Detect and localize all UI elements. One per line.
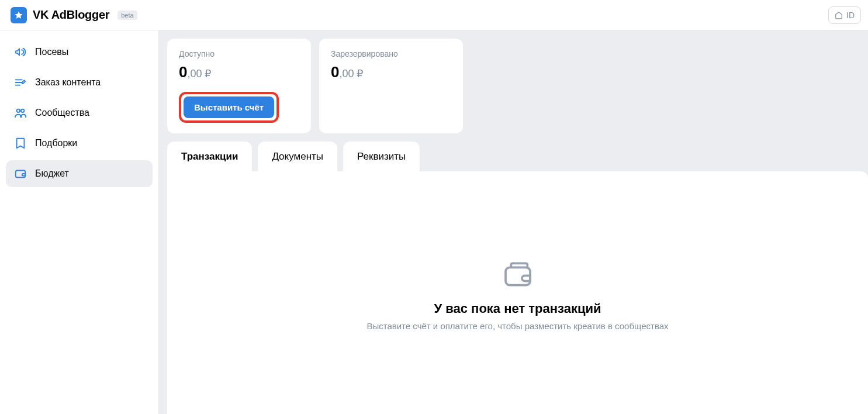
megaphone-icon	[14, 46, 27, 58]
brand-logo-icon	[11, 7, 27, 23]
bookmark-icon	[14, 137, 27, 150]
topbar: VK AdBlogger beta ID	[0, 0, 868, 30]
transactions-panel: У вас пока нет транзакций Выставите счёт…	[167, 171, 868, 414]
amount-int: 0	[179, 63, 187, 81]
sidebar-item-label: Сообщества	[35, 108, 89, 118]
sidebar-item-communities[interactable]: Сообщества	[6, 99, 153, 126]
amount-dec: ,00 ₽	[339, 68, 363, 80]
sidebar-item-content-order[interactable]: Заказ контента	[6, 69, 153, 96]
tab-transactions[interactable]: Транзакции	[167, 142, 252, 172]
amount-int: 0	[331, 63, 339, 81]
invoice-button-highlight: Выставить счёт	[179, 92, 279, 123]
tab-label: Транзакции	[181, 151, 238, 162]
brand-badge: beta	[117, 11, 137, 20]
empty-state: У вас пока нет транзакций Выставите счёт…	[366, 258, 668, 331]
invoice-button[interactable]: Выставить счёт	[184, 96, 274, 118]
sidebar-item-label: Посевы	[35, 47, 68, 57]
wallet-icon	[14, 167, 27, 180]
reserved-card: Зарезервировано 0,00 ₽	[319, 39, 463, 133]
sidebar-item-budget[interactable]: Бюджет	[6, 160, 153, 187]
summary-cards-row: Доступно 0,00 ₽ Выставить счёт Зарезерви…	[167, 39, 868, 133]
amount-dec: ,00 ₽	[187, 68, 211, 80]
reserved-label: Зарезервировано	[331, 49, 451, 58]
id-label: ID	[846, 11, 855, 20]
tabs: Транзакции Документы Реквизиты	[167, 142, 868, 172]
sidebar-item-collections[interactable]: Подборки	[6, 130, 153, 157]
tab-requisites[interactable]: Реквизиты	[343, 142, 420, 172]
tab-label: Реквизиты	[357, 151, 406, 162]
brand: VK AdBlogger beta	[11, 7, 137, 23]
sidebar-item-seeding[interactable]: Посевы	[6, 39, 153, 65]
empty-subtitle: Выставите счёт и оплатите его, чтобы раз…	[366, 321, 668, 331]
tab-documents[interactable]: Документы	[258, 142, 337, 172]
available-label: Доступно	[179, 49, 299, 58]
available-card: Доступно 0,00 ₽ Выставить счёт	[167, 39, 311, 133]
tab-label: Документы	[272, 151, 323, 162]
sidebar-item-label: Подборки	[35, 138, 77, 149]
main-content: Доступно 0,00 ₽ Выставить счёт Зарезерви…	[159, 30, 868, 414]
id-button[interactable]: ID	[828, 6, 861, 24]
empty-wallet-icon	[366, 258, 668, 293]
svg-point-1	[21, 109, 24, 113]
users-icon	[14, 106, 27, 119]
svg-point-0	[17, 109, 20, 113]
empty-title: У вас пока нет транзакций	[366, 301, 668, 316]
reserved-amount: 0,00 ₽	[331, 63, 451, 81]
brand-title: VK AdBlogger	[33, 8, 109, 22]
sidebar: Посевы Заказ контента Сообщества	[0, 30, 159, 414]
sidebar-item-label: Заказ контента	[35, 77, 101, 88]
sidebar-item-label: Бюджет	[35, 168, 69, 179]
available-amount: 0,00 ₽	[179, 63, 299, 81]
edit-lines-icon	[14, 76, 27, 89]
